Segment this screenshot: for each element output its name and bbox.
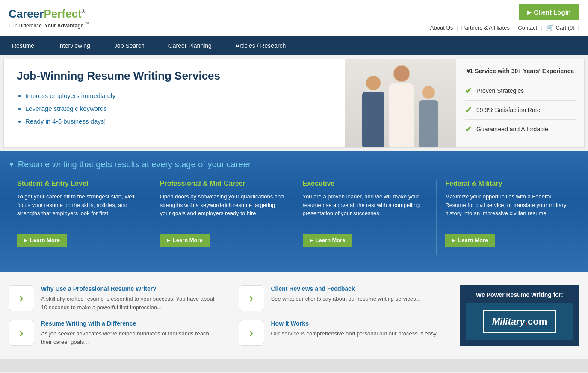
arrow-icon-difference: › xyxy=(19,326,23,340)
feature-text-1: Proven Strategies xyxy=(476,87,524,94)
feature-text-2: 99.9% Satisfaction Rate xyxy=(476,107,540,113)
card-text-federal: Maximize your opportunities with a Feder… xyxy=(445,192,571,227)
footer-col-4 xyxy=(441,359,588,372)
feature-text-3: Guaranteed and Affordable xyxy=(476,126,548,133)
info-item-why: › Why Use a Professional Resume Writer? … xyxy=(9,285,222,311)
header-right: Client Login About Us | Partners & Affil… xyxy=(430,4,579,32)
person-2-main xyxy=(389,65,414,147)
career-card-professional: Professional & Mid-Career Open doors by … xyxy=(151,180,294,255)
card-text-executive: You are a proven leader, and we will mak… xyxy=(303,192,428,227)
info-left-grid: › Why Use a Professional Resume Writer? … xyxy=(9,285,451,346)
nav-interviewing[interactable]: Interviewing xyxy=(46,36,102,55)
footer-col-2 xyxy=(147,359,294,372)
career-card-executive: Executive You are a proven leader, and w… xyxy=(294,180,437,255)
logo-perfect-text: Perfect xyxy=(44,7,81,20)
military-box: Military.com xyxy=(466,303,573,340)
info-content-howworks: How It Works Our service is comprehensiv… xyxy=(271,320,441,338)
info-text-why: A skillfully crafted resume is essential… xyxy=(41,295,222,311)
section-headline: Resume writing that gets results at ever… xyxy=(9,160,579,169)
arrow-icon-howworks: › xyxy=(249,326,253,340)
top-nav: About Us | Partners & Affiliates | Conta… xyxy=(430,24,579,32)
check-icon-3: ✔ xyxy=(465,124,472,134)
arrow-icon-why: › xyxy=(19,291,23,305)
learn-more-professional-button[interactable]: Learn More xyxy=(160,234,210,247)
footer-col-3 xyxy=(294,359,441,372)
info-section: › Why Use a Professional Resume Writer? … xyxy=(0,272,588,359)
career-card-entry: Student & Entry Level To get your career… xyxy=(9,180,151,255)
hero-main: Job-Winning Resume Writing Services Impr… xyxy=(4,59,456,147)
info-arrow-box-difference[interactable]: › xyxy=(9,320,34,346)
cart-label: Cart (0) xyxy=(556,24,575,31)
military-com: com xyxy=(528,316,547,327)
hero-side-panel: #1 Service with 30+ Years' Experience ✔ … xyxy=(456,59,584,147)
card-text-entry: To get your career off to the strongest … xyxy=(17,192,142,227)
sep4: | xyxy=(578,24,579,31)
logo-area: CareerPerfect® Our Difference. Your Adva… xyxy=(9,7,89,29)
about-us-link[interactable]: About Us xyxy=(430,24,453,31)
info-arrow-box-howworks[interactable]: › xyxy=(239,320,264,346)
header: CareerPerfect® Our Difference. Your Adva… xyxy=(0,0,588,36)
feature-item-1: ✔ Proven Strategies xyxy=(465,81,576,101)
info-content-why: Why Use a Professional Resume Writer? A … xyxy=(41,285,222,311)
learn-more-entry-button[interactable]: Learn More xyxy=(17,234,67,247)
blue-section: Resume writing that gets results at ever… xyxy=(0,151,588,272)
person-3 xyxy=(419,86,438,147)
nav-career-planning[interactable]: Career Planning xyxy=(157,36,224,55)
hero-side-title: #1 Service with 30+ Years' Experience xyxy=(465,68,576,74)
power-title: We Power Resume Writing for: xyxy=(466,291,573,298)
nav-job-search[interactable]: Job Search xyxy=(102,36,157,55)
military-logo[interactable]: Military.com xyxy=(483,310,556,333)
partners-link[interactable]: Partners & Affiliates xyxy=(461,24,510,31)
power-box: We Power Resume Writing for: Military.co… xyxy=(460,285,579,346)
info-text-difference: As job seeker advocates we've helped hun… xyxy=(41,329,222,346)
logo-reg: ® xyxy=(82,9,86,15)
career-card-federal: Federal & Military Maximize your opportu… xyxy=(437,180,579,255)
sep2: | xyxy=(513,24,514,31)
feature-item-3: ✔ Guaranteed and Affordable xyxy=(465,120,576,139)
nav-resume[interactable]: Resume xyxy=(0,36,46,55)
learn-more-federal-button[interactable]: Learn More xyxy=(445,234,495,247)
cart-link[interactable]: 🛒 Cart (0) xyxy=(546,24,575,32)
info-title-why[interactable]: Why Use a Professional Resume Writer? xyxy=(41,285,222,292)
info-text-reviews: See what our clients say about our resum… xyxy=(271,295,421,303)
sep3: | xyxy=(541,24,542,31)
info-item-reviews: › Client Reviews and Feedback See what o… xyxy=(239,285,452,311)
person-1 xyxy=(362,76,384,147)
check-icon-1: ✔ xyxy=(465,86,472,96)
client-login-button[interactable]: Client Login xyxy=(519,4,579,20)
info-right-panel: We Power Resume Writing for: Military.co… xyxy=(460,285,579,346)
logo-career-text: Career xyxy=(9,7,44,20)
footer-bar xyxy=(0,359,588,372)
arrow-icon-reviews: › xyxy=(249,291,253,305)
card-title-federal: Federal & Military xyxy=(445,180,571,187)
info-arrow-box-reviews[interactable]: › xyxy=(239,285,264,311)
info-arrow-box-why[interactable]: › xyxy=(9,285,34,311)
feature-item-2: ✔ 99.9% Satisfaction Rate xyxy=(465,101,576,120)
contact-link[interactable]: Contact xyxy=(518,24,537,31)
military-text: Military xyxy=(492,316,525,327)
card-title-executive: Executive xyxy=(303,180,428,187)
info-title-howworks[interactable]: How It Works xyxy=(271,320,441,327)
career-cards-grid: Student & Entry Level To get your career… xyxy=(9,180,579,255)
info-text-howworks: Our service is comprehensive and persona… xyxy=(271,329,441,338)
learn-more-executive-button[interactable]: Learn More xyxy=(303,234,352,247)
card-title-entry: Student & Entry Level xyxy=(17,180,142,187)
card-text-professional: Open doors by showcasing your qualificat… xyxy=(160,192,285,227)
info-item-howworks: › How It Works Our service is comprehens… xyxy=(239,320,452,346)
cart-icon-symbol: 🛒 xyxy=(546,24,554,32)
nav-articles-research[interactable]: Articles / Research xyxy=(224,36,298,55)
sep1: | xyxy=(456,24,458,31)
info-content-difference: Resume Writing with a Difference As job … xyxy=(41,320,222,346)
info-title-difference[interactable]: Resume Writing with a Difference xyxy=(41,320,222,327)
check-icon-2: ✔ xyxy=(465,105,472,115)
info-title-reviews[interactable]: Client Reviews and Feedback xyxy=(271,285,421,292)
card-title-professional: Professional & Mid-Career xyxy=(160,180,285,187)
main-nav: Resume Interviewing Job Search Career Pl… xyxy=(0,36,588,55)
footer-col-1 xyxy=(0,359,147,372)
info-content-reviews: Client Reviews and Feedback See what our… xyxy=(271,285,421,303)
hero-section: Job-Winning Resume Writing Services Impr… xyxy=(3,59,585,148)
info-item-difference: › Resume Writing with a Difference As jo… xyxy=(9,320,222,346)
logo[interactable]: CareerPerfect® xyxy=(9,7,89,21)
logo-tagline: Our Difference. Your Advantage.™ xyxy=(9,21,89,29)
